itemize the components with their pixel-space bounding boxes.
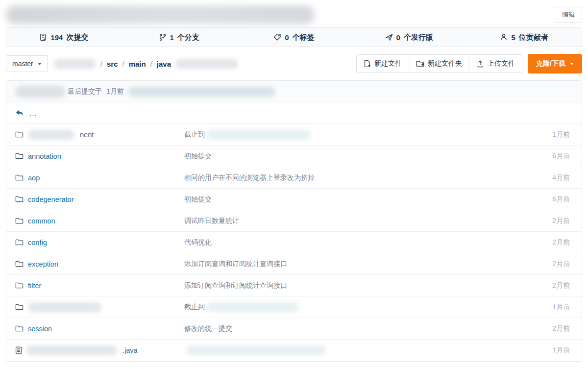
upload-file-button[interactable]: 上传文件 [469, 55, 522, 73]
chevron-down-icon [570, 63, 574, 67]
commit-message-redacted [186, 345, 326, 355]
commit-message: 相同的用户在不同的浏览器上登录改为挤掉 [184, 173, 315, 182]
table-row: aop 相同的用户在不同的浏览器上登录改为挤掉 4月前 [6, 167, 582, 189]
stat-count: 194 [50, 33, 63, 42]
table-row: 截止到 1月前 [6, 296, 582, 318]
commit-time: 2月前 [552, 281, 570, 290]
file-rows: nent 截止到 1月前 annotation 初始提交 [6, 124, 582, 361]
commit-time: 1月前 [552, 130, 570, 139]
file-name-redacted [28, 130, 74, 140]
commit-time: 1月前 [552, 346, 570, 355]
commit-message: 初始提交 [184, 195, 212, 204]
new-file-label: 新建文件 [374, 59, 402, 68]
file-name-link[interactable]: codegenerator [28, 196, 74, 203]
commit-message-cell[interactable]: 代码优化 [184, 238, 552, 247]
file-name-link[interactable]: config [28, 239, 47, 246]
new-file-icon [364, 60, 371, 68]
commit-message-cell[interactable]: 截止到 [184, 130, 552, 140]
folder-icon [15, 260, 24, 268]
file-name-link[interactable]: nent [80, 131, 94, 139]
table-row: common 调试昨日数量统计 2月前 [6, 210, 582, 232]
commit-message: 初始提交 [184, 152, 212, 161]
repo-title-redacted [6, 5, 315, 24]
file-name-cell: common [15, 217, 184, 225]
commit-time: 4月前 [552, 173, 570, 182]
toolbar-left: master / src / main / java [6, 55, 238, 72]
file-actions-group: 新建文件 新建文件夹 [356, 54, 522, 73]
file-name-redacted [26, 345, 117, 355]
stat-tags[interactable]: 0 个标签 [237, 28, 352, 47]
folder-icon [15, 239, 24, 246]
stat-releases[interactable]: 0 个发行版 [351, 28, 466, 47]
commit-time: 6月前 [552, 152, 570, 161]
file-name-link[interactable]: annotation [28, 152, 61, 160]
breadcrumb-item-main[interactable]: main [129, 60, 146, 68]
stat-contributors[interactable]: 5 位贡献者 [466, 28, 582, 47]
stat-branches[interactable]: 1 个分支 [122, 28, 237, 47]
commit-message-redacted [128, 87, 275, 97]
commit-message: 调试昨日数量统计 [184, 217, 239, 225]
stat-commits[interactable]: 194 次提交 [6, 28, 122, 47]
file-name-link[interactable]: exception [28, 260, 58, 268]
file-name-cell: nent [15, 130, 184, 140]
parent-directory-row[interactable]: ... [6, 102, 582, 124]
stat-count: 5 [511, 33, 515, 42]
commit-message: 截止到 [184, 303, 205, 312]
file-name-cell [15, 302, 184, 312]
commit-message-cell[interactable]: 相同的用户在不同的浏览器上登录改为挤掉 [184, 173, 552, 182]
breadcrumb-separator: / [122, 60, 124, 68]
file-icon [15, 346, 22, 354]
folder-icon [15, 196, 24, 203]
breadcrumb-item-java[interactable]: java [157, 60, 171, 68]
stat-label: 个分支 [177, 33, 199, 42]
stat-label: 个标签 [293, 33, 315, 42]
commits-icon [39, 33, 47, 41]
commit-message-cell[interactable]: 初始提交 [184, 195, 552, 204]
commit-message-cell[interactable]: 修改的统一提交 [184, 324, 552, 333]
new-file-button[interactable]: 新建文件 [357, 55, 409, 73]
table-row: session 修改的统一提交 2月前 [6, 318, 582, 340]
branch-selector[interactable]: master [6, 55, 48, 72]
commit-message: 添加订阅查询和订阅统计查询接口 [184, 260, 287, 269]
file-name-link[interactable]: session [28, 325, 52, 333]
edit-button[interactable]: 编辑 [555, 7, 582, 23]
stat-label: 次提交 [66, 33, 88, 42]
stat-label: 位贡献者 [519, 33, 548, 42]
commit-time: 2月前 [552, 260, 570, 269]
release-icon [385, 33, 393, 41]
new-folder-icon [416, 60, 424, 68]
commit-time: 2月前 [552, 217, 570, 225]
upload-icon [476, 60, 484, 68]
commit-message-cell[interactable]: 添加订阅查询和订阅统计查询接口 [184, 281, 552, 290]
commit-message-cell[interactable]: 添加订阅查询和订阅统计查询接口 [184, 260, 552, 269]
table-row: codegenerator 初始提交 6月前 [6, 189, 582, 210]
commit-message-cell[interactable]: 调试昨日数量统计 [184, 217, 552, 225]
file-name-link[interactable]: common [28, 217, 55, 225]
file-name-cell: filter [15, 282, 184, 290]
commit-message-redacted [207, 130, 311, 140]
commit-message: 代码优化 [184, 238, 212, 247]
commit-message-cell[interactable] [184, 345, 552, 355]
file-name-link[interactable]: filter [28, 282, 41, 290]
table-row: config 代码优化 2月前 [6, 232, 582, 253]
committer-redacted [15, 85, 65, 98]
new-folder-button[interactable]: 新建文件夹 [409, 55, 469, 73]
commit-message-cell[interactable]: 截止到 [184, 302, 552, 312]
repo-stats-bar: 194 次提交 1 个分支 0 个标签 [6, 27, 582, 47]
commit-message: 修改的统一提交 [184, 324, 232, 333]
file-name-link[interactable]: aop [28, 174, 40, 182]
table-row: .java 1月前 [6, 340, 582, 361]
commit-message-cell[interactable]: 初始提交 [184, 152, 552, 161]
repo-header: 编辑 [6, 0, 582, 27]
clone-download-label: 克隆/下载 [536, 59, 565, 68]
breadcrumb: / src / main / java [54, 59, 238, 69]
chevron-down-icon [38, 63, 42, 67]
commit-message-redacted [207, 302, 299, 312]
file-name-cell: aop [15, 174, 184, 182]
breadcrumb-repo-redacted [54, 59, 96, 69]
file-name-cell: session [15, 325, 184, 333]
breadcrumb-item-src[interactable]: src [107, 60, 118, 68]
commit-message: 截止到 [184, 130, 205, 139]
clone-download-button[interactable]: 克隆/下载 [528, 54, 582, 74]
file-name-link[interactable]: .java [122, 346, 138, 354]
